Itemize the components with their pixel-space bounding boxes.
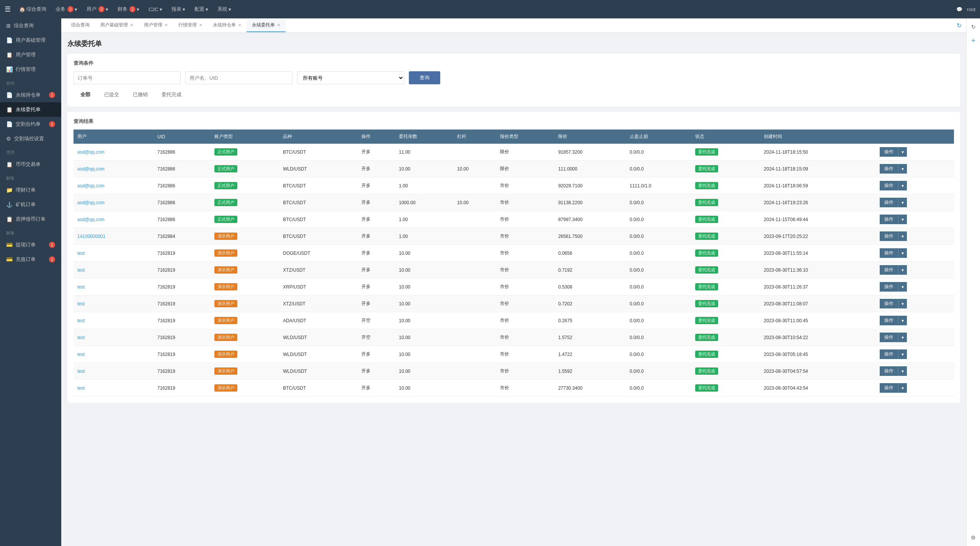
cell-limit-price: 26561.7500 bbox=[554, 228, 626, 245]
action-dropdown-button[interactable]: ▾ bbox=[898, 164, 907, 174]
action-dropdown-button[interactable]: ▾ bbox=[898, 333, 907, 342]
sidebar-item-矿机订单[interactable]: ⚓ 矿机订单 bbox=[0, 197, 61, 212]
sidebar-item-交割场控设置[interactable]: ⚙ 交割场控设置 bbox=[0, 131, 61, 146]
action-button[interactable]: 操作 bbox=[880, 383, 898, 393]
sidebar-item-用户管理[interactable]: 📋 用户管理 bbox=[0, 48, 61, 62]
user-label[interactable]: root bbox=[967, 7, 975, 12]
action-dropdown-button[interactable]: ▾ bbox=[898, 282, 907, 292]
action-dropdown-button[interactable]: ▾ bbox=[898, 265, 907, 275]
tab-用户管理[interactable]: 用户管理 ✕ bbox=[139, 19, 173, 32]
cell-action-btn: 操作 ▾ bbox=[876, 245, 954, 262]
tab-永续委托单[interactable]: 永续委托单 ✕ bbox=[247, 19, 286, 32]
action-button[interactable]: 操作 bbox=[880, 299, 898, 308]
sidebar-item-用户基础管理[interactable]: 📄 用户基础管理 bbox=[0, 33, 61, 48]
action-dropdown-button[interactable]: ▾ bbox=[898, 316, 907, 325]
nav-item-业务[interactable]: 业务 3 ▾ bbox=[52, 3, 81, 15]
action-button[interactable]: 操作 bbox=[880, 349, 898, 359]
cell-price-type: 市价 bbox=[496, 380, 554, 397]
user-link[interactable]: asd@qq.com bbox=[77, 149, 105, 155]
tab-用户基础管理[interactable]: 用户基础管理 ✕ bbox=[95, 19, 139, 32]
action-button[interactable]: 操作 bbox=[880, 181, 898, 190]
user-link[interactable]: test bbox=[77, 385, 85, 391]
action-dropdown-button[interactable]: ▾ bbox=[898, 366, 907, 376]
message-icon[interactable]: 💬 bbox=[956, 7, 962, 12]
tab-close-用户管理[interactable]: ✕ bbox=[165, 23, 168, 27]
action-dropdown-button[interactable]: ▾ bbox=[898, 299, 907, 308]
action-button[interactable]: 操作 bbox=[880, 265, 898, 275]
nav-item-用户[interactable]: 用户 3 ▾ bbox=[83, 3, 112, 15]
action-dropdown-button[interactable]: ▾ bbox=[898, 383, 907, 393]
order-id-input[interactable] bbox=[74, 71, 181, 84]
user-link[interactable]: test bbox=[77, 335, 85, 340]
sidebar-item-永续持仓单[interactable]: 📄 永续持仓单 2 bbox=[0, 88, 61, 102]
action-dropdown-button[interactable]: ▾ bbox=[898, 215, 907, 224]
action-dropdown-button[interactable]: ▾ bbox=[898, 349, 907, 359]
search-row: 所有账号 正式账号 演示账号 查询 bbox=[74, 71, 954, 84]
action-button[interactable]: 操作 bbox=[880, 282, 898, 292]
sidebar-item-币币交易单[interactable]: 📋 币币交易单 bbox=[0, 157, 61, 172]
right-refresh-icon[interactable]: ↻ bbox=[968, 21, 979, 32]
action-button[interactable]: 操作 bbox=[880, 316, 898, 325]
action-dropdown-button[interactable]: ▾ bbox=[898, 248, 907, 258]
user-link[interactable]: test bbox=[77, 301, 85, 307]
sidebar-item-综合查询[interactable]: ⊞ 综合查询 bbox=[0, 18, 61, 33]
action-button[interactable]: 操作 bbox=[880, 147, 898, 157]
filter-tab-委托完成[interactable]: 委托完成 bbox=[155, 89, 188, 100]
user-uid-input[interactable] bbox=[185, 71, 292, 84]
sidebar-item-交割合约单[interactable]: 📄 交割合约单 1 bbox=[0, 117, 61, 131]
action-dropdown-button[interactable]: ▾ bbox=[898, 198, 907, 207]
sidebar-item-质押借币订单[interactable]: 📋 质押借币订单 bbox=[0, 212, 61, 226]
user-link[interactable]: asd@qq.com bbox=[77, 217, 105, 222]
nav-item-c2c[interactable]: C2C ▾ bbox=[145, 4, 166, 15]
nav-item-系统[interactable]: 系统 ▾ bbox=[214, 3, 235, 15]
nav-item-财务[interactable]: 财务 2 ▾ bbox=[114, 3, 143, 15]
status-badge: 委托完成 bbox=[695, 283, 718, 290]
action-button[interactable]: 操作 bbox=[880, 333, 898, 342]
cell-tp-sl: 0.0/0.0 bbox=[626, 144, 692, 161]
nav-item-配置[interactable]: 配置 ▾ bbox=[191, 3, 212, 15]
action-dropdown-button[interactable]: ▾ bbox=[898, 147, 907, 157]
sidebar-item-充值订单[interactable]: 💳 充值订单 1 bbox=[0, 252, 61, 267]
user-link[interactable]: asd@qq.com bbox=[77, 183, 105, 189]
user-link[interactable]: asd@qq.com bbox=[77, 166, 105, 172]
tab-综合查询[interactable]: 综合查询 bbox=[66, 19, 95, 32]
action-dropdown-button[interactable]: ▾ bbox=[898, 231, 907, 241]
account-type-select[interactable]: 所有账号 正式账号 演示账号 bbox=[297, 71, 404, 84]
user-link[interactable]: test bbox=[77, 251, 85, 256]
action-button[interactable]: 操作 bbox=[880, 215, 898, 224]
user-link[interactable]: asd@qq.com bbox=[77, 200, 105, 205]
tab-行情管理[interactable]: 行情管理 ✕ bbox=[173, 19, 207, 32]
action-button[interactable]: 操作 bbox=[880, 366, 898, 376]
right-add-icon[interactable]: + bbox=[968, 35, 979, 46]
filter-tab-全部[interactable]: 全部 bbox=[74, 89, 97, 100]
tab-close-永续持仓单[interactable]: ✕ bbox=[238, 23, 241, 27]
tab-refresh-button[interactable]: ↻ bbox=[957, 22, 962, 29]
search-button[interactable]: 查询 bbox=[409, 71, 440, 84]
filter-tab-已提交[interactable]: 已提交 bbox=[97, 89, 126, 100]
action-button[interactable]: 操作 bbox=[880, 164, 898, 174]
tab-close-用户基础管理[interactable]: ✕ bbox=[130, 23, 133, 27]
tab-永续持仓单[interactable]: 永续持仓单 ✕ bbox=[207, 19, 247, 32]
user-link[interactable]: 14100000001 bbox=[77, 234, 105, 239]
action-button[interactable]: 操作 bbox=[880, 248, 898, 258]
sidebar-item-永续委托单[interactable]: 📋 永续委托单 bbox=[0, 102, 61, 117]
right-settings-icon[interactable]: ⚙ bbox=[968, 532, 979, 543]
tab-close-永续委托单[interactable]: ✕ bbox=[277, 23, 280, 27]
user-link[interactable]: test bbox=[77, 369, 85, 374]
sidebar-item-行情管理[interactable]: 📊 行情管理 bbox=[0, 62, 61, 77]
user-link[interactable]: test bbox=[77, 284, 85, 290]
action-dropdown-button[interactable]: ▾ bbox=[898, 181, 907, 190]
filter-tab-已撤销[interactable]: 已撤销 bbox=[126, 89, 155, 100]
cell-status: 委托完成 bbox=[691, 228, 760, 245]
action-button[interactable]: 操作 bbox=[880, 231, 898, 241]
tab-close-行情管理[interactable]: ✕ bbox=[199, 23, 202, 27]
nav-item-综合查询[interactable]: 🏠 综合查询 bbox=[15, 3, 50, 15]
user-link[interactable]: test bbox=[77, 318, 85, 323]
user-link[interactable]: test bbox=[77, 267, 85, 273]
user-link[interactable]: test bbox=[77, 352, 85, 357]
sidebar-item-理财订单[interactable]: 📁 理财订单 bbox=[0, 183, 61, 197]
nav-item-报表[interactable]: 报表 ▾ bbox=[168, 3, 189, 15]
sidebar-item-提现订单[interactable]: 💳 提现订单 1 bbox=[0, 238, 61, 252]
hamburger-icon[interactable]: ☰ bbox=[5, 5, 11, 13]
action-button[interactable]: 操作 bbox=[880, 198, 898, 207]
